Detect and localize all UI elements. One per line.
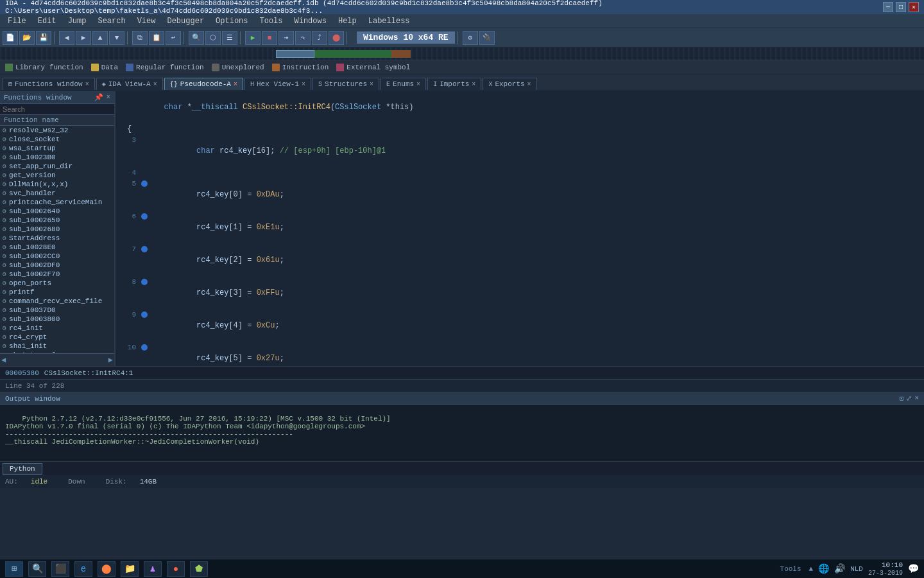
func-item-close-socket[interactable]: ⚙ close_socket [0,135,114,144]
tab-structures[interactable]: S Structures × [312,78,379,90]
menu-edit[interactable]: Edit [33,15,62,27]
tab-hex-close[interactable]: × [302,81,305,88]
tab-export-close[interactable]: × [527,81,531,88]
toolbar-paste[interactable]: 📋 [149,31,164,45]
breakpoint-8[interactable] [141,279,148,285]
toolbar-stepover[interactable]: ↷ [295,31,311,45]
tab-ida-view-a[interactable]: ◈ IDA View-A × [96,78,163,90]
output-tab-python[interactable]: Python [3,463,42,475]
toolbar-list[interactable]: ☰ [222,31,237,45]
toolbar-breakpoint[interactable]: ⬤ [329,31,344,45]
tab-import-close[interactable]: × [472,81,475,88]
func-item-printcache[interactable]: ⚙ printcache_ServiceMain [0,198,114,207]
toolbar-plugin[interactable]: 🔌 [479,31,495,45]
toolbar-down[interactable]: ▼ [109,31,124,45]
menu-options[interactable]: Options [210,15,253,27]
toolbar-open[interactable]: 📂 [19,31,35,45]
explorer-button[interactable]: 📁 [121,561,139,577]
breakpoint-9[interactable] [141,311,148,318]
tab-exports[interactable]: X Exports × [483,78,536,90]
tab-functions-close[interactable]: × [85,81,89,88]
func-item-set-app-run-dir[interactable]: ⚙ set_app_run_dir [0,162,114,171]
breakpoint-7[interactable] [141,246,148,252]
func-item-sub-3800[interactable]: ⚙ sub_10003800 [0,315,114,324]
functions-panel-close[interactable]: × [106,93,110,101]
func-item-startaddress[interactable]: ⚙ StartAddress [0,234,114,243]
func-item-sub-2640[interactable]: ⚙ sub_10002640 [0,207,114,216]
func-scroll-left[interactable]: ◀ [1,355,6,365]
func-scroll-right[interactable]: ▶ [108,355,113,365]
toolbar-stop[interactable]: ■ [262,31,277,45]
toolbar-save[interactable]: 💾 [36,31,51,45]
minimize-button[interactable]: ─ [883,2,893,12]
menu-windows[interactable]: Windows [289,15,332,27]
toolbar-find[interactable]: 🔍 [189,31,204,45]
func-item-sub-28e0[interactable]: ⚙ sub_10028E0 [0,243,114,252]
func-item-rc4-init[interactable]: ⚙ rc4_init [0,324,114,333]
func-item-wsa-startup[interactable]: ⚙ wsa_startup [0,144,114,153]
func-item-sub-2f70[interactable]: ⚙ sub_10002F70 [0,270,114,279]
menu-view[interactable]: View [132,15,161,27]
tab-ida-close[interactable]: × [153,81,157,88]
output-float-btn[interactable]: ⊡ [900,394,904,403]
tab-enums[interactable]: E Enums × [381,78,426,90]
func-item-sub-2df0[interactable]: ⚙ sub_10002DF0 [0,261,114,270]
breakpoint-5[interactable] [141,180,148,187]
func-item-rc4-crypt[interactable]: ⚙ rc4_crypt [0,333,114,342]
toolbar-back[interactable]: ◀ [59,31,74,45]
tab-enum-close[interactable]: × [416,81,420,88]
maximize-button[interactable]: □ [896,2,906,12]
output-close-btn[interactable]: × [914,394,919,403]
breakpoint-10[interactable] [141,344,148,351]
toolbar-settings[interactable]: ⚙ [463,31,478,45]
menu-jump[interactable]: Jump [63,15,92,27]
toolbar-up[interactable]: ▲ [92,31,108,45]
toolbar-step[interactable]: ⇥ [278,31,294,45]
tab-pseudo-close[interactable]: × [234,81,237,88]
func-item-sub-2680[interactable]: ⚙ sub_10002680 [0,225,114,234]
toolbar-undo[interactable]: ↩ [166,31,181,45]
func-item-sub-37d0[interactable]: ⚙ sub_10037D0 [0,306,114,315]
func-item-sub-2cc0[interactable]: ⚙ sub_10002CC0 [0,252,114,261]
toolbar-forward[interactable]: ▶ [76,31,91,45]
app2-button[interactable]: ● [167,561,185,577]
func-item-sub-10023b0[interactable]: ⚙ sub_10023B0 [0,153,114,162]
toolbar-new[interactable]: 📄 [3,31,18,45]
func-item-resolve-ws2[interactable]: ⚙ resolve_ws2_32 [0,126,114,135]
func-item-svc-handler[interactable]: ⚙ svc_handler [0,189,114,198]
task-view-button[interactable]: ⬛ [51,561,69,577]
functions-panel-pin[interactable]: 📌 [94,93,103,101]
app3-button[interactable]: ⬟ [190,561,208,577]
tab-functions-window[interactable]: ⊞ Functions window × [3,78,95,90]
func-item-sha1-init[interactable]: ⚙ sha1_init [0,342,114,351]
code-area[interactable]: char *__thiscall CSslSocket::InitRC4(CSs… [116,91,924,366]
menu-debugger[interactable]: Debugger [162,15,209,27]
breakpoint-6[interactable] [141,213,148,220]
app1-button[interactable]: ♟ [144,561,162,577]
menu-search[interactable]: Search [92,15,130,27]
search-button[interactable]: 🔍 [28,561,46,577]
toolbar-copy[interactable]: ⧉ [132,31,148,45]
tab-hex-view[interactable]: H Hex View-1 × [244,78,311,90]
edge-button[interactable]: e [74,561,92,577]
tab-imports[interactable]: I Imports × [427,78,481,90]
start-button[interactable]: ⊞ [5,561,23,577]
close-button[interactable]: ✕ [909,2,919,12]
output-resize-btn[interactable]: ⤢ [906,394,912,403]
toolbar-stepout[interactable]: ⤴ [312,31,327,45]
toolbar-run[interactable]: ▶ [245,31,261,45]
menu-file[interactable]: File [3,15,31,27]
menu-tools[interactable]: Tools [255,15,288,27]
tab-struct-close[interactable]: × [370,81,373,88]
menu-labelless[interactable]: Labelless [363,15,415,27]
func-item-open-ports[interactable]: ⚙ open_ports [0,279,114,288]
func-item-printf[interactable]: ⚙ printf [0,288,114,297]
chrome-button[interactable]: ⬤ [98,561,116,577]
menu-help[interactable]: Help [333,15,362,27]
func-item-sub-2650[interactable]: ⚙ sub_10002650 [0,216,114,225]
func-item-get-version[interactable]: ⚙ get_version [0,171,114,180]
functions-search-input[interactable] [0,104,114,115]
func-item-command-recv[interactable]: ⚙ command_recv_exec_file [0,297,114,306]
notification-icon[interactable]: 💬 [908,563,919,574]
tab-pseudocode-a[interactable]: {} Pseudocode-A × [164,78,243,90]
